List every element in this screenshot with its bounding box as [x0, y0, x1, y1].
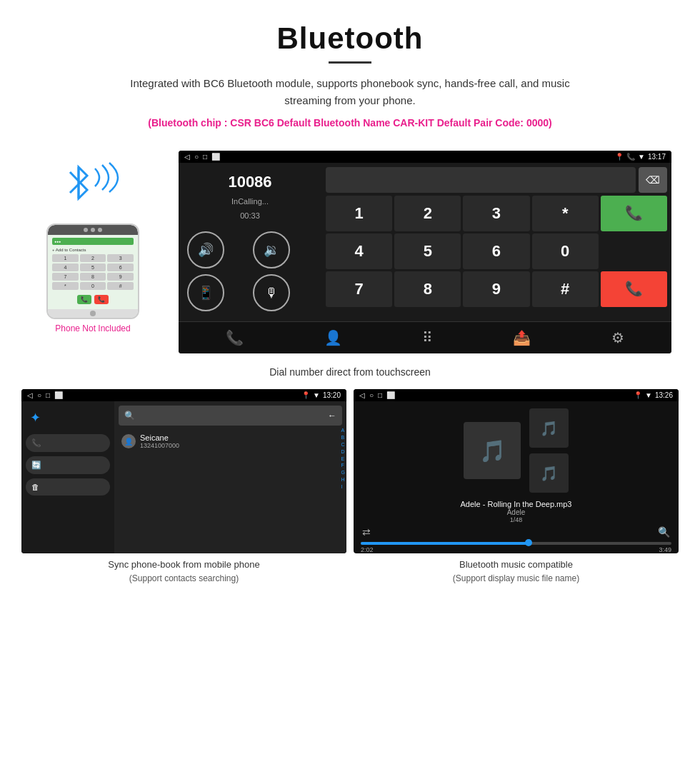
pb-home-icon[interactable]: ○	[37, 391, 41, 399]
key-3[interactable]: 3	[463, 196, 529, 231]
dialer-left-panel: 10086 InCalling... 00:33 🔊 🔉 📱 🎙	[179, 163, 321, 321]
phonebook-caption: Sync phone-book from mobile phone (Suppo…	[21, 553, 346, 589]
phonebook-screen: ◁ ○ □ ⬜ 📍 ▼ 13:20 ✦ 📞	[21, 389, 346, 553]
volume-down-button[interactable]: 🔉	[253, 231, 290, 268]
dialer-bottom-nav: 📞 👤 ⠿ 📤 ⚙	[179, 321, 671, 353]
music-time-display: 13:26	[655, 391, 673, 399]
bt-waves-icon	[89, 158, 125, 197]
phone-key-6[interactable]: 6	[107, 263, 134, 271]
music-controls-row: ⇄ 🔍	[354, 523, 679, 541]
key-star[interactable]: *	[532, 196, 599, 231]
shuffle-icon[interactable]: ⇄	[362, 526, 371, 538]
nav-transfer-icon[interactable]: 📤	[513, 329, 531, 346]
phone-key-9[interactable]: 9	[107, 273, 134, 281]
specs-text: (Bluetooth chip : CSR BC6 Default Blueto…	[107, 115, 593, 131]
phone-bottom-bar	[48, 309, 138, 318]
key-5[interactable]: 5	[394, 233, 461, 269]
phone-key-3[interactable]: 3	[107, 254, 134, 262]
dialer-controls: 🔊 🔉 📱 🎙	[187, 231, 313, 311]
music-back-icon[interactable]: ◁	[359, 391, 365, 399]
pb-back-arrow[interactable]: ←	[328, 411, 336, 421]
phonebook-search-bar[interactable]: 🔍 ←	[119, 406, 342, 426]
screenshot-nav-icon: ⬜	[211, 153, 220, 161]
pb-location-icon: 📍	[301, 391, 310, 399]
music-home-icon[interactable]: ○	[369, 391, 374, 399]
recent-nav-icon[interactable]: □	[203, 153, 207, 161]
hangup-button[interactable]: 📞	[601, 271, 667, 307]
phone-illustration: ●●● + Add to Contacts 1 2 3 4 5 6 7 8 9 …	[21, 151, 164, 333]
key-9[interactable]: 9	[463, 271, 529, 307]
music-recent-icon[interactable]: □	[378, 391, 382, 399]
phonebook-left-panel: ✦ 📞 🔄 🗑	[21, 401, 114, 553]
phone-call-btn[interactable]: 📞	[77, 295, 91, 304]
time-current: 2:02	[361, 546, 374, 553]
phone-key-1[interactable]: 1	[52, 254, 79, 262]
key-6[interactable]: 6	[463, 233, 529, 269]
phonebook-right-panel: 🔍 ← 👤 Seicane 13241007000 A	[114, 401, 346, 553]
phone-key-4[interactable]: 4	[52, 263, 79, 271]
location-icon: 📍	[615, 153, 624, 161]
phone-key-7[interactable]: 7	[52, 273, 79, 281]
progress-track[interactable]	[361, 542, 671, 545]
phone-key-star[interactable]: *	[52, 282, 79, 290]
pb-delete-icon: 🗑	[31, 483, 39, 491]
call-button[interactable]: 📞	[601, 196, 667, 231]
phone-call-buttons: 📞 📞	[52, 293, 134, 306]
backspace-button[interactable]: ⌫	[639, 167, 667, 193]
phone-screen: ●●● + Add to Contacts 1 2 3 4 5 6 7 8 9 …	[48, 235, 138, 309]
status-left-icons: ◁ ○ □ ⬜	[184, 153, 220, 161]
key-8[interactable]: 8	[394, 271, 461, 307]
main-section: ●●● + Add to Contacts 1 2 3 4 5 6 7 8 9 …	[0, 144, 700, 361]
music-caption: Bluetooth music compatible (Support disp…	[354, 553, 679, 589]
progress-times: 2:02 3:49	[361, 545, 671, 553]
car-screen-dialer: ◁ ○ □ ⬜ 📍 📞 ▼ 13:17 10086 InCalling... 0…	[179, 151, 671, 353]
dialer-display-row: ⌫	[326, 167, 667, 193]
transfer-call-button[interactable]: 📱	[187, 274, 224, 311]
subtitle-text: Integrated with BC6 Bluetooth module, su…	[107, 75, 593, 109]
dialer-keypad: 1 2 3 * 📞 4 5 6 0 7 8 9 # 📞	[326, 196, 667, 307]
pb-delete-btn[interactable]: 🗑	[26, 478, 110, 496]
pb-sync-btn[interactable]: 🔄	[26, 456, 110, 474]
phonebook-body: ✦ 📞 🔄 🗑 🔍 ←	[21, 401, 346, 553]
key-7[interactable]: 7	[326, 271, 392, 307]
pb-call-btn[interactable]: 📞	[26, 434, 110, 452]
phone-end-btn[interactable]: 📞	[94, 295, 109, 304]
nav-keypad-icon[interactable]: ⠿	[422, 329, 433, 346]
key-2[interactable]: 2	[394, 196, 461, 231]
phone-key-2[interactable]: 2	[80, 254, 106, 262]
mock-phone-device: ●●● + Add to Contacts 1 2 3 4 5 6 7 8 9 …	[46, 223, 139, 319]
phone-home-button[interactable]	[90, 311, 96, 316]
search-icon: 🔍	[124, 411, 135, 421]
key-1[interactable]: 1	[326, 196, 392, 231]
home-nav-icon[interactable]: ○	[194, 153, 199, 161]
key-hash[interactable]: #	[532, 271, 599, 307]
key-4[interactable]: 4	[326, 233, 392, 269]
key-empty	[601, 233, 667, 269]
nav-phone-icon[interactable]: 📞	[226, 329, 244, 346]
phone-key-0[interactable]: 0	[80, 282, 106, 290]
contact-info: Seicane 13241007000	[140, 433, 179, 449]
pb-recent-icon[interactable]: □	[46, 391, 50, 399]
call-status-icon: 📞	[626, 153, 635, 161]
phone-key-hash[interactable]: #	[107, 282, 134, 290]
music-search-icon[interactable]: 🔍	[658, 526, 670, 538]
pb-wifi-icon: ▼	[313, 391, 320, 399]
dialer-input-field[interactable]	[326, 167, 636, 193]
mute-button[interactable]: 🎙	[253, 274, 290, 311]
phone-key-8[interactable]: 8	[80, 273, 106, 281]
nav-contacts-icon[interactable]: 👤	[324, 329, 342, 346]
music-art-area: 🎵 🎵 🎵	[354, 401, 679, 500]
bottom-row: ◁ ○ □ ⬜ 📍 ▼ 13:20 ✦ 📞	[0, 389, 700, 589]
phonebook-contact-item[interactable]: 👤 Seicane 13241007000	[114, 430, 346, 453]
music-album-art-main: 🎵	[464, 422, 521, 479]
nav-settings-icon[interactable]: ⚙	[611, 329, 624, 346]
progress-fill	[361, 542, 529, 545]
pb-back-icon[interactable]: ◁	[27, 391, 33, 399]
pb-sync-icon: 🔄	[31, 461, 41, 470]
volume-up-button[interactable]: 🔊	[187, 231, 224, 268]
key-0[interactable]: 0	[532, 233, 599, 269]
bt-icon-area	[50, 151, 136, 215]
phone-key-5[interactable]: 5	[80, 263, 106, 271]
contact-avatar: 👤	[121, 434, 136, 448]
back-nav-icon[interactable]: ◁	[184, 153, 190, 161]
